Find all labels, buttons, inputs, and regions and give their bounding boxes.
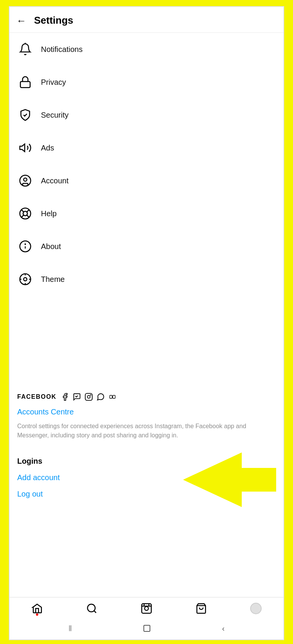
system-nav-back[interactable]: ‹ [222, 624, 225, 633]
brand-icons [60, 392, 117, 401]
svg-marker-2 [20, 144, 25, 152]
log-out-link[interactable]: Log out [17, 490, 276, 498]
shield-check-icon [17, 107, 33, 123]
logins-section: Logins Add account Log out [10, 453, 283, 510]
system-navigation-bar: ⦀ ‹ [10, 618, 283, 639]
svg-rect-21 [112, 395, 115, 398]
account-label: Account [41, 176, 68, 185]
menu-item-theme[interactable]: Theme [10, 263, 283, 296]
nav-shop[interactable] [174, 603, 229, 614]
nav-profile[interactable] [229, 603, 283, 614]
svg-point-26 [145, 607, 148, 610]
menu-item-privacy[interactable]: Privacy [10, 66, 283, 99]
facebook-brand-text: FACEBOOK [17, 393, 57, 400]
svg-rect-1 [20, 82, 30, 88]
add-account-link[interactable]: Add account [17, 473, 276, 482]
svg-line-10 [21, 215, 24, 217]
logins-title: Logins [17, 457, 276, 466]
svg-point-18 [87, 395, 90, 398]
search-icon [86, 603, 98, 614]
notifications-label: Notifications [41, 45, 83, 54]
settings-menu: Notifications Privacy [10, 33, 283, 383]
svg-point-6 [23, 211, 27, 215]
messenger-icon [72, 392, 81, 401]
security-label: Security [41, 111, 68, 120]
profile-avatar [250, 603, 262, 614]
menu-item-ads[interactable]: Ads [10, 131, 283, 164]
bell-icon [17, 41, 33, 57]
home-icon [31, 603, 43, 614]
lifebuoy-icon [17, 205, 33, 222]
svg-line-24 [94, 611, 96, 613]
nav-search[interactable] [64, 603, 119, 614]
svg-line-7 [21, 210, 24, 212]
svg-point-19 [90, 395, 91, 395]
svg-line-9 [27, 210, 29, 212]
theme-label: Theme [41, 275, 65, 284]
about-label: About [41, 242, 61, 251]
facebook-icon [60, 392, 70, 401]
page-title: Settings [34, 15, 73, 26]
ads-label: Ads [41, 144, 54, 152]
person-circle-icon [17, 173, 33, 189]
svg-rect-25 [142, 604, 151, 613]
nav-home[interactable] [10, 603, 64, 614]
svg-point-16 [24, 278, 27, 281]
lock-icon [17, 74, 33, 90]
privacy-label: Privacy [41, 78, 66, 87]
svg-point-3 [20, 175, 31, 186]
back-button[interactable]: ← [16, 16, 26, 26]
menu-item-security[interactable]: Security [10, 99, 283, 131]
svg-point-23 [88, 604, 95, 612]
menu-item-about[interactable]: About [10, 230, 283, 263]
facebook-section: FACEBOOK [10, 383, 283, 453]
phone-outer: ← Settings Notifications [0, 0, 293, 644]
menu-item-help[interactable]: Help [10, 197, 283, 230]
help-label: Help [41, 209, 57, 218]
info-circle-icon [17, 238, 33, 254]
phone-screen: ← Settings Notifications [9, 6, 284, 640]
svg-rect-20 [109, 395, 112, 398]
accounts-centre-description: Control settings for connected experienc… [17, 422, 276, 440]
settings-header: ← Settings [10, 7, 283, 33]
shop-icon [195, 603, 207, 614]
nav-reels[interactable] [119, 603, 174, 614]
system-nav-lines[interactable]: ⦀ [68, 623, 72, 633]
megaphone-icon [17, 140, 33, 156]
facebook-brand-row: FACEBOOK [17, 392, 276, 401]
link-icon [108, 392, 117, 401]
svg-point-14 [25, 244, 25, 244]
bottom-navigation [10, 597, 283, 618]
svg-rect-17 [85, 393, 92, 400]
menu-item-notifications[interactable]: Notifications [10, 33, 283, 66]
whatsapp-icon [96, 392, 105, 401]
menu-item-account[interactable]: Account [10, 164, 283, 197]
system-nav-home-button[interactable] [143, 625, 150, 632]
svg-line-8 [27, 215, 29, 217]
palette-icon [17, 271, 33, 287]
spacer [10, 510, 283, 597]
accounts-centre-link[interactable]: Accounts Centre [17, 408, 276, 416]
instagram-icon [84, 392, 93, 401]
reels-icon [141, 603, 152, 614]
home-notification-dot [36, 613, 38, 616]
svg-point-4 [24, 178, 27, 181]
